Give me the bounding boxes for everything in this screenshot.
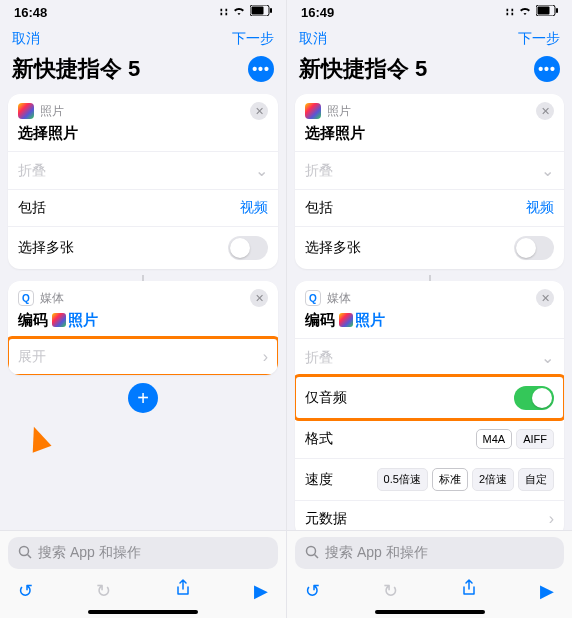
battery-icon [536,5,558,19]
svg-point-8 [307,546,316,555]
search-placeholder: 搜索 App 和操作 [38,544,141,562]
annotation-arrow [24,423,51,452]
next-button[interactable]: 下一步 [232,30,274,48]
cellular-icon: ∷ [220,5,228,19]
status-bar: 16:49 ∷ [287,0,572,24]
close-icon[interactable]: ✕ [536,102,554,120]
status-icons: ∷ [506,5,558,19]
wifi-icon [518,5,532,19]
wifi-icon [232,5,246,19]
svg-line-4 [28,554,32,558]
home-indicator [88,610,198,614]
action-card-media: Q 媒体 ✕ 编码 照片 折叠 ⌄ 仅音频 格式 M4A AI [295,281,564,537]
more-button[interactable]: ••• [248,56,274,82]
photos-token-icon [339,313,353,327]
share-button[interactable] [175,579,191,602]
cellular-icon: ∷ [506,5,514,19]
toggle-multi[interactable] [514,236,554,260]
toolbar: ↺ ↻ ▶ [0,575,286,608]
row-multi: 选择多张 [295,226,564,269]
bottom-panel: 搜索 App 和操作 ↺ ↻ ▶ [287,530,572,618]
speed-options[interactable]: 0.5倍速 标准 2倍速 自定 [377,468,554,491]
home-indicator [375,610,485,614]
add-action-button[interactable]: + [128,383,158,413]
page-title: 新快捷指令 5 [12,54,140,84]
cancel-button[interactable]: 取消 [12,30,40,48]
row-include[interactable]: 包括 视频 [8,189,278,226]
battery-icon [250,5,272,19]
svg-rect-6 [538,7,550,15]
app-label: 照片 [40,103,64,120]
more-button[interactable]: ••• [534,56,560,82]
row-format[interactable]: 格式 M4A AIFF [295,419,564,458]
action-card-photos: 照片 ✕ 选择照片 折叠 ⌄ 包括 视频 选择多张 [8,94,278,269]
close-icon[interactable]: ✕ [536,289,554,307]
toggle-audio-only[interactable] [514,386,554,410]
format-options[interactable]: M4A AIFF [476,429,554,449]
close-icon[interactable]: ✕ [250,289,268,307]
action-title: 编码 照片 [295,309,564,338]
redo-button: ↻ [383,580,398,602]
phone-right: 16:49 ∷ 取消 下一步 新快捷指令 5 ••• 照片 ✕ [286,0,572,618]
row-multi: 选择多张 [8,226,278,269]
share-button[interactable] [461,579,477,602]
search-icon [305,545,319,562]
app-label: 媒体 [40,290,64,307]
chevron-right-icon: › [263,348,268,366]
row-collapse[interactable]: 折叠 ⌄ [8,151,278,189]
row-expand[interactable]: 展开 › [8,338,278,375]
cancel-button[interactable]: 取消 [299,30,327,48]
undo-button[interactable]: ↺ [18,580,33,602]
toolbar: ↺ ↻ ▶ [287,575,572,608]
action-title: 选择照片 [8,122,278,151]
row-audio-only: 仅音频 [295,376,564,419]
row-collapse[interactable]: 折叠 ⌄ [295,338,564,376]
photos-app-icon [305,103,321,119]
chevron-right-icon: › [549,510,554,528]
search-input[interactable]: 搜索 App 和操作 [8,537,278,569]
phone-left: 16:48 ∷ 取消 下一步 新快捷指令 5 ••• 照片 ✕ [0,0,286,618]
search-icon [18,545,32,562]
action-title: 编码 照片 [8,309,278,338]
play-button[interactable]: ▶ [540,580,554,602]
status-time: 16:48 [14,5,47,20]
app-label: 照片 [327,103,351,120]
nav-bar: 取消 下一步 [287,24,572,52]
action-card-media: Q 媒体 ✕ 编码 照片 展开 › [8,281,278,375]
media-app-icon: Q [305,290,321,306]
nav-bar: 取消 下一步 [0,24,286,52]
svg-rect-7 [556,8,558,13]
close-icon[interactable]: ✕ [250,102,268,120]
status-time: 16:49 [301,5,334,20]
next-button[interactable]: 下一步 [518,30,560,48]
photos-app-icon [18,103,34,119]
redo-button: ↻ [96,580,111,602]
search-input[interactable]: 搜索 App 和操作 [295,537,564,569]
bottom-panel: 搜索 App 和操作 ↺ ↻ ▶ [0,530,286,618]
play-button[interactable]: ▶ [254,580,268,602]
page-title: 新快捷指令 5 [299,54,427,84]
svg-point-3 [20,546,29,555]
row-speed[interactable]: 速度 0.5倍速 标准 2倍速 自定 [295,458,564,500]
svg-line-9 [315,554,319,558]
chevron-down-icon: ⌄ [541,161,554,180]
media-app-icon: Q [18,290,34,306]
chevron-down-icon: ⌄ [255,161,268,180]
svg-rect-1 [252,7,264,15]
search-placeholder: 搜索 App 和操作 [325,544,428,562]
action-title: 选择照片 [295,122,564,151]
status-bar: 16:48 ∷ [0,0,286,24]
row-collapse[interactable]: 折叠 ⌄ [295,151,564,189]
photos-token-icon [52,313,66,327]
toggle-multi[interactable] [228,236,268,260]
status-icons: ∷ [220,5,272,19]
undo-button[interactable]: ↺ [305,580,320,602]
chevron-down-icon: ⌄ [541,348,554,367]
svg-rect-2 [270,8,272,13]
app-label: 媒体 [327,290,351,307]
row-include[interactable]: 包括 视频 [295,189,564,226]
action-card-photos: 照片 ✕ 选择照片 折叠 ⌄ 包括 视频 选择多张 [295,94,564,269]
